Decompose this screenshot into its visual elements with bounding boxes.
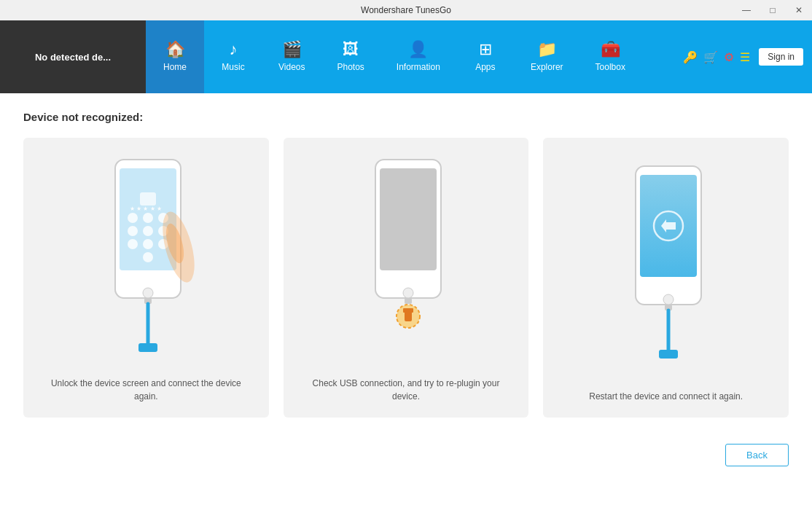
tab-apps[interactable]: ⊞ Apps: [456, 20, 515, 93]
tab-photos[interactable]: 🖼 Photos: [321, 20, 380, 93]
tab-music[interactable]: ♪ Music: [204, 20, 262, 93]
tab-home[interactable]: 🏠 Home: [146, 20, 204, 93]
card-usb: Check USB connection, and try to re-plug…: [284, 138, 529, 418]
svg-point-2: [128, 213, 138, 223]
svg-rect-32: [659, 350, 678, 359]
tab-videos[interactable]: 🎬 Videos: [262, 20, 321, 93]
svg-point-30: [663, 294, 674, 305]
window-controls: — □ ✕: [733, 0, 812, 20]
card-unlock-caption: Unlock the device screen and connect the…: [38, 377, 254, 403]
svg-point-6: [143, 226, 153, 236]
tab-information[interactable]: 👤 Information: [380, 20, 456, 93]
apps-icon: ⊞: [479, 42, 492, 58]
svg-point-5: [128, 226, 138, 236]
card-restart-caption: Restart the device and connect it again.: [589, 390, 743, 403]
svg-rect-12: [140, 192, 156, 205]
cart-icon[interactable]: 🛒: [703, 50, 718, 64]
titlebar: Wondershare TunesGo — □ ✕: [0, 0, 812, 20]
svg-point-3: [143, 213, 153, 223]
card-unlock: ★ ★ ★ ★ ★ Unlock the device screen and c…: [23, 138, 269, 418]
key-icon[interactable]: 🔑: [683, 50, 698, 64]
phone-illustration-restart: [558, 152, 774, 377]
svg-point-21: [403, 288, 413, 298]
phone-illustration-unlock: ★ ★ ★ ★ ★: [38, 152, 254, 364]
svg-rect-17: [138, 343, 157, 352]
photos-icon: 🖼: [343, 42, 359, 58]
music-icon: ♪: [230, 42, 238, 58]
back-button[interactable]: Back: [725, 444, 789, 466]
phone-illustration-usb: [298, 152, 515, 364]
section-title: Device not recognized:: [23, 111, 789, 123]
tab-home-label: Home: [163, 62, 187, 72]
svg-point-8: [128, 239, 138, 249]
svg-rect-23: [405, 311, 412, 321]
main-content: Device not recognized:: [0, 93, 812, 513]
signin-button[interactable]: Sign in: [759, 48, 803, 66]
tab-music-label: Music: [222, 62, 244, 72]
svg-rect-25: [405, 298, 412, 304]
information-icon: 👤: [408, 42, 428, 58]
home-icon: 🏠: [165, 42, 185, 58]
tab-explorer-label: Explorer: [531, 62, 563, 72]
tab-toolbox-label: Toolbox: [596, 62, 625, 72]
tab-apps-label: Apps: [475, 62, 495, 72]
card-usb-caption: Check USB connection, and try to re-plug…: [298, 377, 515, 403]
navbar-actions: 🔑 🛒 ⚙ ☰ Sign in: [674, 20, 812, 93]
nav-tabs: 🏠 Home ♪ Music 🎬 Videos 🖼 Photos 👤 Infor…: [146, 20, 674, 93]
svg-text:★ ★ ★ ★ ★: ★ ★ ★ ★ ★: [130, 205, 162, 212]
bottom-actions: Back: [23, 438, 789, 472]
cards-row: ★ ★ ★ ★ ★ Unlock the device screen and c…: [23, 138, 789, 418]
menu-icon[interactable]: ☰: [740, 50, 750, 64]
minimize-button[interactable]: —: [733, 0, 760, 20]
device-status-text: No detected de...: [35, 52, 111, 63]
app-title: Wondershare TunesGo: [361, 5, 451, 15]
toolbox-icon: 🧰: [601, 42, 620, 58]
device-status: No detected de...: [0, 20, 146, 93]
alert-icon[interactable]: ⚙: [724, 50, 734, 64]
maximize-button[interactable]: □: [760, 0, 786, 20]
navbar: No detected de... 🏠 Home ♪ Music 🎬 Video…: [0, 20, 812, 93]
svg-rect-24: [403, 308, 413, 313]
card-restart: Restart the device and connect it again.: [543, 138, 789, 418]
svg-point-11: [143, 252, 153, 262]
svg-point-18: [143, 288, 153, 298]
tab-information-label: Information: [397, 62, 440, 72]
svg-rect-20: [380, 168, 437, 270]
explorer-icon: 📁: [537, 42, 557, 58]
tab-explorer[interactable]: 📁 Explorer: [515, 20, 579, 93]
tab-videos-label: Videos: [278, 62, 305, 72]
tab-toolbox[interactable]: 🧰 Toolbox: [579, 20, 641, 93]
close-button[interactable]: ✕: [786, 0, 812, 20]
videos-icon: 🎬: [282, 42, 302, 58]
svg-point-9: [143, 239, 153, 249]
tab-photos-label: Photos: [337, 62, 364, 72]
